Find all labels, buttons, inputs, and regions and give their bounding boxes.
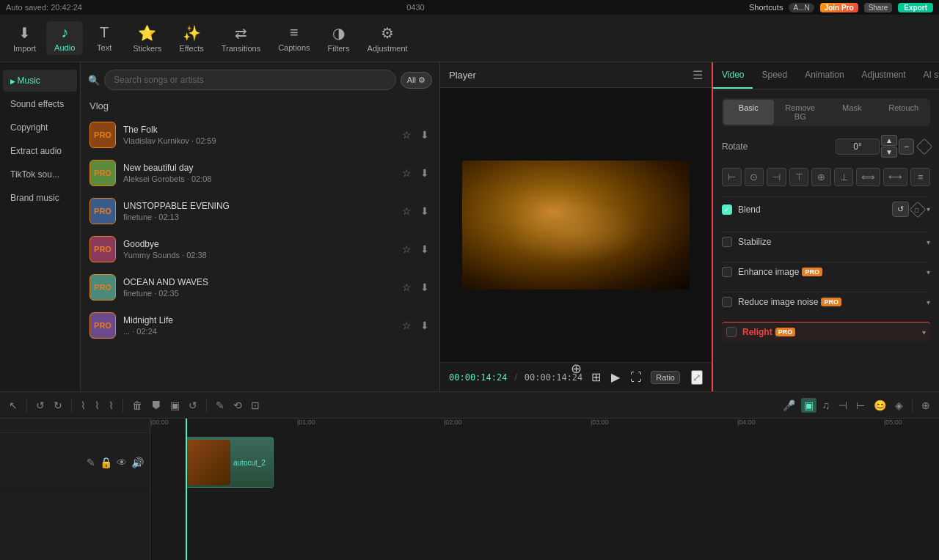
tl-split3-button[interactable]: ⌇ bbox=[106, 398, 117, 413]
blend-expand-button[interactable]: ▾ bbox=[927, 205, 930, 213]
tl-shield-button[interactable]: ⛊ bbox=[148, 398, 164, 413]
fullfit-button[interactable]: ⛶ bbox=[629, 369, 643, 386]
video-clip[interactable]: autocut_2 bbox=[186, 437, 274, 488]
tl-loop-button[interactable]: ↺ bbox=[186, 398, 200, 413]
blend-keyframe-button[interactable]: ◇ bbox=[910, 201, 927, 218]
song-favorite-button[interactable]: ☆ bbox=[401, 318, 413, 333]
stabilize-expand-button[interactable]: ▾ bbox=[927, 238, 930, 246]
tool-text[interactable]: T Text bbox=[86, 21, 123, 55]
tl-split2-button[interactable]: ⌇ bbox=[92, 398, 103, 413]
song-favorite-button[interactable]: ☆ bbox=[401, 204, 413, 218]
tool-audio[interactable]: ♪ Audio bbox=[46, 21, 83, 55]
song-favorite-button[interactable]: ☆ bbox=[401, 128, 413, 142]
list-item[interactable]: PRO The Folk Vladislav Kurnikov · 02:59 … bbox=[81, 116, 439, 154]
blend-reset-button[interactable]: ↺ bbox=[892, 202, 909, 217]
tl-pencil-button[interactable]: ✎ bbox=[87, 457, 95, 468]
tool-stickers[interactable]: ⭐ Stickers bbox=[125, 21, 169, 56]
relight-expand-button[interactable]: ▾ bbox=[922, 328, 926, 336]
sub-tab-retouch[interactable]: Retouch bbox=[879, 100, 929, 125]
sub-tab-remove-bg[interactable]: Remove BG bbox=[775, 100, 826, 125]
relight-checkbox[interactable] bbox=[726, 327, 737, 337]
tl-mic-button[interactable]: 🎤 bbox=[780, 398, 798, 413]
sidebar-item-sound-effects[interactable]: Sound effects bbox=[3, 93, 77, 115]
align-bottom-button[interactable]: ⊥ bbox=[834, 168, 854, 186]
ratio-button[interactable]: Ratio bbox=[651, 371, 680, 384]
song-favorite-button[interactable]: ☆ bbox=[401, 166, 413, 180]
tl-sticker-button[interactable]: ◈ bbox=[892, 398, 906, 413]
align-left-button[interactable]: ⊢ bbox=[722, 168, 742, 186]
list-item[interactable]: PRO Midnight Life ... · 02:24 ☆ ⬇ bbox=[81, 306, 439, 345]
tool-transitions[interactable]: ⇄ Transitions bbox=[214, 21, 268, 56]
align-center-v-button[interactable]: ⊕ bbox=[811, 168, 831, 186]
align-right-button[interactable]: ⊣ bbox=[767, 168, 786, 186]
list-item[interactable]: PRO UNSTOPPABLE EVENING finetune · 02:13… bbox=[81, 192, 439, 230]
align-more-button[interactable]: ≡ bbox=[910, 168, 930, 186]
tl-volume-button[interactable]: 🔊 bbox=[131, 457, 144, 468]
tl-emoji-button[interactable]: 😊 bbox=[871, 398, 889, 413]
rotate-down-button[interactable]: ▼ bbox=[881, 147, 897, 158]
reduce-noise-checkbox[interactable] bbox=[722, 297, 732, 307]
tl-edit-button[interactable]: ✎ bbox=[213, 398, 227, 413]
shortcuts-button[interactable]: Shortcuts bbox=[749, 3, 783, 12]
tool-filters[interactable]: ◑ Filters bbox=[321, 21, 357, 56]
tab-speed[interactable]: Speed bbox=[753, 62, 796, 89]
tl-zoom-button[interactable]: ⊕ bbox=[918, 398, 933, 413]
rotate-keyframe-button[interactable] bbox=[916, 138, 933, 155]
sidebar-item-copyright[interactable]: Copyright bbox=[3, 117, 77, 139]
align-spread-v-button[interactable]: ⟷ bbox=[883, 168, 907, 186]
song-download-button[interactable]: ⬇ bbox=[419, 128, 431, 142]
user-button[interactable]: A...N bbox=[789, 3, 814, 12]
tl-crop2-button[interactable]: ⊡ bbox=[248, 398, 263, 413]
sidebar-item-music[interactable]: Music bbox=[3, 70, 77, 92]
align-spread-h-button[interactable]: ⟺ bbox=[856, 168, 880, 186]
blend-checkbox[interactable]: ✓ bbox=[722, 205, 732, 215]
song-download-button[interactable]: ⬇ bbox=[419, 242, 431, 257]
song-download-button[interactable]: ⬇ bbox=[419, 204, 431, 218]
rotate-up-button[interactable]: ▲ bbox=[881, 135, 897, 146]
export-button[interactable]: Export bbox=[898, 3, 933, 12]
sub-tab-mask[interactable]: Mask bbox=[827, 100, 877, 125]
list-item[interactable]: PRO New beautiful day Aleksei Gorobets ·… bbox=[81, 154, 439, 192]
stabilize-checkbox[interactable] bbox=[722, 237, 732, 247]
align-center-h-button[interactable]: ⊙ bbox=[745, 168, 764, 186]
tool-adjustment[interactable]: ⚙ Adjustment bbox=[360, 21, 415, 56]
sidebar-item-extract-audio[interactable]: Extract audio bbox=[3, 140, 77, 162]
tool-import[interactable]: ⬇ Import bbox=[6, 21, 43, 56]
tl-crop-button[interactable]: ▣ bbox=[167, 398, 183, 413]
tl-subtitle-button[interactable]: ⊣ bbox=[836, 398, 850, 413]
song-download-button[interactable]: ⬇ bbox=[419, 318, 431, 333]
join-pro-button[interactable]: Join Pro bbox=[820, 3, 858, 12]
song-favorite-button[interactable]: ☆ bbox=[401, 280, 413, 295]
rotate-input[interactable] bbox=[836, 139, 880, 155]
search-input[interactable] bbox=[104, 70, 396, 90]
player-menu-button[interactable]: ☰ bbox=[693, 68, 703, 82]
tab-video[interactable]: Video bbox=[713, 62, 753, 89]
tab-adjustment[interactable]: Adjustment bbox=[853, 62, 915, 89]
grid-view-button[interactable]: ⊞ bbox=[590, 369, 602, 386]
enhance-expand-button[interactable]: ▾ bbox=[927, 268, 930, 276]
tl-split-v-button[interactable]: ⊢ bbox=[853, 398, 868, 413]
tl-transform-button[interactable]: ⟲ bbox=[230, 398, 245, 413]
sidebar-item-tiktok[interactable]: TikTok sou... bbox=[3, 163, 77, 185]
sub-tab-basic[interactable]: Basic bbox=[723, 100, 774, 125]
play-button[interactable]: ▶ bbox=[610, 369, 621, 386]
tl-eye-button[interactable]: 👁 bbox=[117, 457, 127, 468]
tool-captions[interactable]: ≡ Captions bbox=[271, 21, 317, 55]
tl-lock-button[interactable]: 🔒 bbox=[100, 457, 112, 468]
enhance-image-checkbox[interactable] bbox=[722, 267, 732, 277]
tab-ai-style[interactable]: AI st bbox=[915, 62, 939, 89]
fullscreen-button[interactable]: ⤢ bbox=[691, 370, 703, 385]
tl-redo-button[interactable]: ↻ bbox=[51, 398, 65, 413]
share-button[interactable]: Share bbox=[864, 3, 893, 12]
tl-delete-button[interactable]: 🗑 bbox=[129, 398, 145, 413]
song-favorite-button[interactable]: ☆ bbox=[401, 242, 413, 257]
tl-select-button[interactable]: ↖ bbox=[6, 398, 21, 413]
rotate-minus-button[interactable]: − bbox=[899, 139, 914, 155]
tl-split-button[interactable]: ⌇ bbox=[78, 398, 89, 413]
song-download-button[interactable]: ⬇ bbox=[419, 280, 431, 295]
tool-effects[interactable]: ✨ Effects bbox=[172, 21, 211, 56]
list-item[interactable]: PRO Goodbye Yummy Sounds · 02:38 ☆ ⬇ bbox=[81, 230, 439, 268]
song-download-button[interactable]: ⬇ bbox=[419, 166, 431, 180]
tl-undo-button[interactable]: ↺ bbox=[33, 398, 48, 413]
tl-audio-clip-button[interactable]: ♫ bbox=[819, 398, 833, 413]
